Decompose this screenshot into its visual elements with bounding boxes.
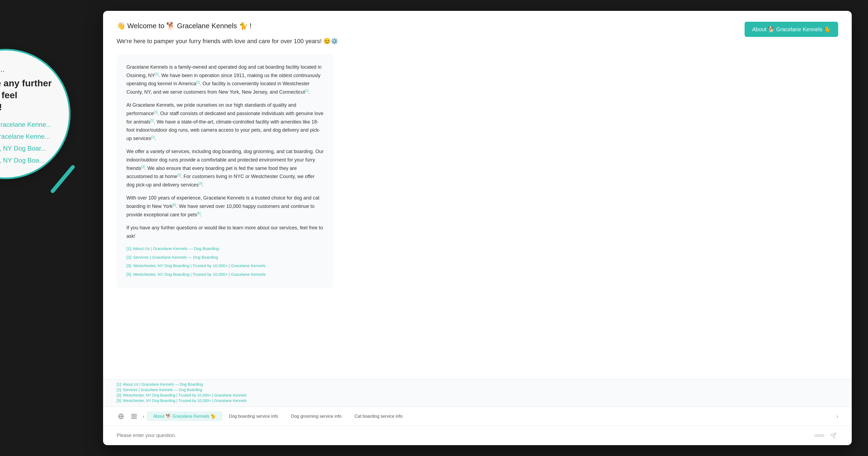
nav-icons: [117, 412, 138, 421]
source-bar-item-3: [3]: Westchester, NY Dog Boarding | Trus…: [117, 393, 838, 397]
svg-rect-5: [132, 417, 133, 418]
mag-link-2[interactable]: [2]: Services | Gracelane Kenne...: [0, 132, 58, 141]
para1: Gracelane Kennels is a family-owned and …: [126, 63, 324, 96]
mag-link-1[interactable]: [1]: About Us | Gracelane Kenne...: [0, 120, 58, 130]
main-text-box: Gracelane Kennels is a family-owned and …: [117, 54, 334, 288]
source-link-5[interactable]: [5]: Westchester, NY Dog Boarding | Trus…: [126, 271, 324, 278]
source-bar-item-5: [5]: Westchester, NY Dog Boarding | Trus…: [117, 398, 838, 403]
source-bar-item-1: [1]: About Us | Gracelane Kennels — Dog …: [117, 382, 838, 387]
bottom-nav: ‹ About 🐕 Gracelane Kennels 🐈 Dog boardi…: [103, 407, 852, 426]
grid-icon[interactable]: [130, 412, 138, 421]
para2: At Gracelane Kennels, we pride ourselves…: [126, 101, 324, 142]
source-link-3[interactable]: [3]: Westchester, NY Dog Boarding | Trus…: [126, 262, 324, 269]
source-bar: [1]: About Us | Gracelane Kennels — Dog …: [103, 379, 852, 407]
para4: With over 100 years of experience, Grace…: [126, 194, 324, 219]
input-area: 0/500: [103, 426, 852, 445]
nav-arrow-right[interactable]: ›: [836, 413, 838, 419]
browser-window: About 🐕 Gracelane Kennels 🐈 👋 Welcome to…: [103, 11, 852, 445]
magnifier-circle: ntinue to prov... If you have any furthe…: [0, 49, 70, 179]
svg-rect-4: [134, 414, 136, 416]
magnifier-content: ntinue to prov... If you have any furthe…: [0, 51, 69, 179]
content-area: 👋 Welcome to 🐕 Gracelane Kennels 🐈 ! We'…: [103, 11, 852, 379]
tab-about[interactable]: About 🐕 Gracelane Kennels 🐈: [147, 411, 222, 421]
magnifier-handle: [50, 165, 75, 194]
source-link-2[interactable]: [2]: Services | Gracelane Kennels — Dog …: [126, 254, 324, 261]
para5: If you have any further questions or wou…: [126, 224, 324, 240]
source-link-1[interactable]: [1]: About Us | Gracelane Kennels — Dog …: [126, 245, 324, 252]
input-counter: 0/500: [814, 433, 824, 438]
welcome-header: 👋 Welcome to 🐕 Gracelane Kennels 🐈 !: [117, 22, 838, 30]
magnifier-overlay: ntinue to prov... If you have any furthe…: [0, 49, 98, 206]
nav-tabs: About 🐕 Gracelane Kennels 🐈 Dog boarding…: [147, 411, 837, 421]
source-links: [1]: About Us | Gracelane Kennels — Dog …: [126, 245, 324, 278]
mag-link-3[interactable]: [3]: Westchester, NY Dog Boar...: [0, 144, 58, 153]
mag-continue-text: ntinue to prov...: [0, 63, 58, 75]
svg-rect-3: [132, 414, 133, 416]
para3: We offer a variety of services, includin…: [126, 147, 324, 189]
welcome-subtext: We're here to pamper your furry friends …: [117, 37, 838, 46]
nav-back-button[interactable]: ‹: [143, 413, 145, 419]
question-input[interactable]: [117, 433, 810, 438]
tab-cat-boarding[interactable]: Cat boarding service info: [348, 412, 409, 421]
svg-rect-6: [134, 417, 136, 418]
mag-main-text: If you have any furtherquestions, feelfr…: [0, 77, 58, 113]
mag-link-5[interactable]: [5]: Westchester, NY Dog Boa...: [0, 155, 58, 165]
tab-dog-boarding[interactable]: Dog boarding service info: [222, 412, 284, 421]
source-bar-item-2: [2]: Services | Gracelane Kennels — Dog …: [117, 388, 838, 392]
send-button[interactable]: [828, 431, 838, 440]
tab-dog-grooming[interactable]: Dog grooming service info: [284, 412, 348, 421]
globe-icon[interactable]: [117, 412, 125, 421]
